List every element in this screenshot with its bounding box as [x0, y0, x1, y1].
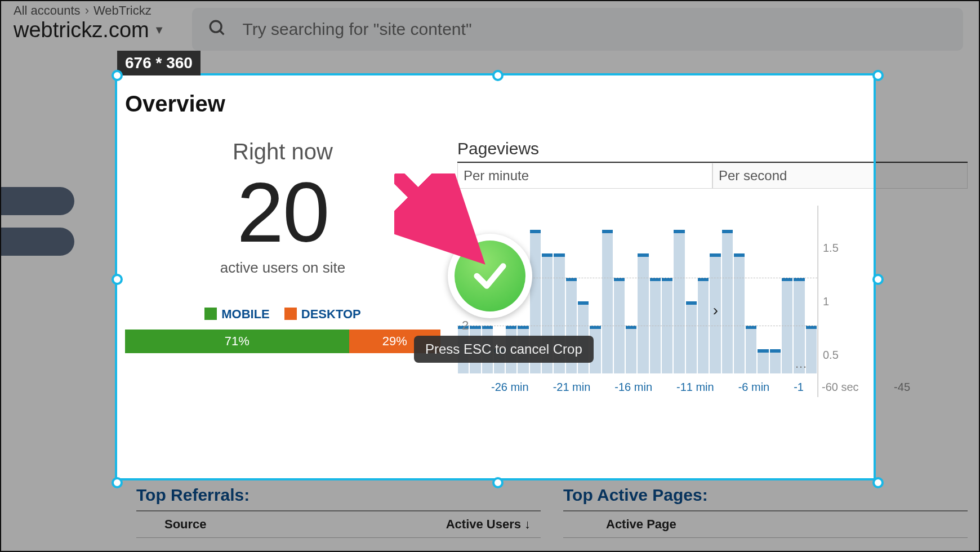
sidebar [1, 187, 74, 256]
crop-handle[interactable] [492, 477, 504, 488]
table-header: Active Page [563, 510, 968, 538]
breadcrumb[interactable]: All accounts › WebTrickz [14, 3, 165, 18]
table-header: Source Active Users ↓ [136, 510, 541, 538]
svg-point-0 [210, 21, 221, 32]
property-name: webtrickz.com [14, 18, 149, 42]
card-title: Overview [125, 91, 968, 117]
chevron-right-icon: › [85, 3, 89, 18]
tables-row: Top Referrals: Source Active Users ↓ Top… [136, 486, 968, 538]
bar [602, 230, 613, 373]
bar [758, 349, 768, 373]
more-icon[interactable]: … [795, 357, 807, 371]
bar [626, 326, 636, 373]
mobile-segment: 71% [125, 330, 349, 353]
active-users-count: 20 [125, 170, 440, 255]
square-icon [284, 308, 297, 320]
table-title: Top Referrals: [136, 486, 541, 505]
right-now-label: Right now [125, 139, 440, 164]
col-active-users[interactable]: Active Users ↓ [446, 517, 531, 532]
sidebar-item[interactable] [1, 187, 74, 215]
top-referrals-table: Top Referrals: Source Active Users ↓ [136, 486, 541, 538]
active-users-block: Right now 20 active users on site MOBILE… [125, 139, 440, 397]
bar [674, 230, 684, 373]
search-input[interactable]: Try searching for "site content" [192, 8, 963, 51]
device-legend: MOBILE DESKTOP [125, 307, 440, 322]
chevron-right-icon[interactable]: › [713, 301, 718, 319]
caret-down-icon: ▼ [154, 24, 165, 37]
col-active-page[interactable]: Active Page [606, 517, 676, 532]
top-active-pages-table: Top Active Pages: Active Page [563, 486, 968, 538]
search-icon [208, 19, 227, 40]
tab-per-second[interactable]: Per second [712, 163, 968, 189]
square-icon [204, 308, 217, 320]
breadcrumb-root: All accounts [14, 3, 81, 18]
svg-line-3 [400, 179, 465, 244]
pageviews-title: Pageviews [457, 139, 968, 158]
crop-handle[interactable] [112, 70, 123, 81]
per-second-axis: -60 sec-45 1.510.5 [818, 206, 914, 397]
search-placeholder: Try searching for "site content" [243, 20, 472, 39]
account-switcher[interactable]: All accounts › WebTrickz webtrickz.com ▼ [14, 3, 165, 42]
legend-mobile: MOBILE [204, 307, 270, 322]
crop-handle[interactable] [492, 70, 504, 81]
annotation-arrow-icon [394, 173, 490, 269]
bar [734, 253, 745, 373]
sidebar-item[interactable] [1, 228, 74, 256]
col-source[interactable]: Source [164, 517, 446, 532]
sort-desc-icon: ↓ [524, 517, 531, 532]
bar [770, 349, 781, 373]
legend-desktop: DESKTOP [284, 307, 361, 322]
bar [746, 326, 756, 373]
x-axis-labels: -26 min-21 min-16 min-11 min-6 min-1 [457, 381, 817, 394]
pageviews-tabs: Per minute Per second [457, 163, 968, 189]
bar [638, 253, 648, 373]
bar [806, 326, 817, 373]
crop-handle[interactable] [872, 70, 884, 81]
crop-handle[interactable] [872, 477, 884, 488]
crop-handle[interactable] [112, 274, 123, 285]
crop-tooltip: Press ESC to cancel Crop [414, 336, 594, 363]
svg-line-1 [220, 30, 224, 34]
crop-handle[interactable] [872, 274, 884, 285]
active-users-label: active users on site [125, 259, 440, 277]
header: All accounts › WebTrickz webtrickz.com ▼… [1, 1, 979, 51]
table-title: Top Active Pages: [563, 486, 968, 505]
property-dropdown[interactable]: webtrickz.com ▼ [14, 18, 165, 42]
crop-handle[interactable] [112, 477, 123, 488]
device-split-bar: 71% 29% [125, 330, 440, 353]
breadcrumb-item: WebTrickz [93, 3, 152, 18]
tab-per-minute[interactable]: Per minute [457, 163, 712, 189]
bar [722, 230, 733, 373]
bar [686, 301, 697, 373]
